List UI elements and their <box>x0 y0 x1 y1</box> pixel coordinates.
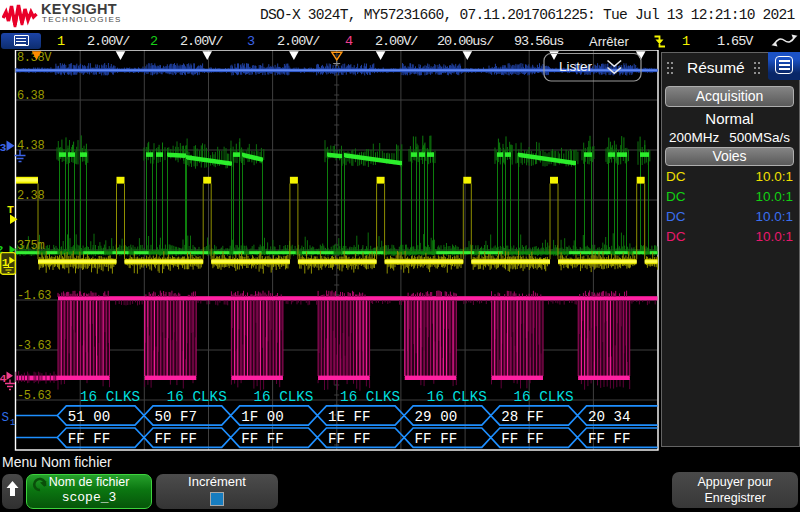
svg-text:-1.63: -1.63 <box>17 289 51 303</box>
svg-text:16 CLKS: 16 CLKS <box>167 389 227 405</box>
svg-text:FF FF: FF FF <box>501 431 544 447</box>
svg-text:Lister: Lister <box>559 59 593 74</box>
svg-text:1: 1 <box>2 256 9 269</box>
svg-text:FF FF: FF FF <box>155 431 198 447</box>
svg-text:FF FF: FF FF <box>588 431 631 447</box>
svg-text:3: 3 <box>0 141 7 154</box>
svg-text:4.38: 4.38 <box>17 139 44 153</box>
svg-text:16 CLKS: 16 CLKS <box>514 389 574 405</box>
svg-text:29 00: 29 00 <box>415 409 458 425</box>
svg-text:16 CLKS: 16 CLKS <box>340 389 400 405</box>
svg-text:16 CLKS: 16 CLKS <box>80 389 140 405</box>
svg-text:-5.63: -5.63 <box>17 389 51 403</box>
svg-text:4: 4 <box>0 372 7 385</box>
svg-text:FF FF: FF FF <box>68 431 111 447</box>
svg-text:1F 00: 1F 00 <box>241 409 284 425</box>
svg-text:16 CLKS: 16 CLKS <box>427 389 487 405</box>
svg-text:375m: 375m <box>17 239 44 253</box>
svg-text:16 CLKS: 16 CLKS <box>253 389 313 405</box>
svg-text:2.38: 2.38 <box>17 189 44 203</box>
svg-text:-3.63: -3.63 <box>17 339 51 353</box>
svg-text:T: T <box>7 203 14 216</box>
svg-text:1: 1 <box>10 418 15 428</box>
svg-text:28 FF: 28 FF <box>501 409 544 425</box>
svg-text:FF FF: FF FF <box>241 431 284 447</box>
svg-text:50 F7: 50 F7 <box>155 409 198 425</box>
svg-text:51 00: 51 00 <box>68 409 111 425</box>
svg-text:S: S <box>2 411 10 425</box>
svg-text:6.38: 6.38 <box>17 89 44 103</box>
svg-text:FF FF: FF FF <box>415 431 458 447</box>
svg-text:FF FF: FF FF <box>328 431 371 447</box>
svg-text:20 34: 20 34 <box>588 409 631 425</box>
svg-text:1E FF: 1E FF <box>328 409 371 425</box>
